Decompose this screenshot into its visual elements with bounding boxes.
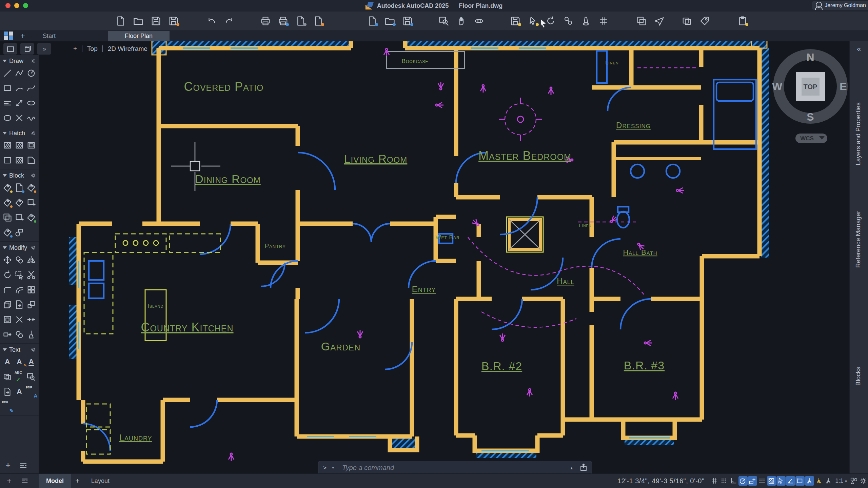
tool-palettes-button[interactable] <box>633 14 650 28</box>
pdf-markup-tool[interactable]: PDF✎ <box>2 401 13 412</box>
orbit-tool-button[interactable] <box>470 14 488 28</box>
tag-button[interactable] <box>696 14 713 28</box>
zoom-window-tool-button[interactable] <box>435 14 453 28</box>
share-drawing-button[interactable] <box>650 14 668 28</box>
annotation-visibility-toggle[interactable] <box>824 476 833 486</box>
3d-box-tool[interactable] <box>2 299 13 310</box>
share-icon[interactable] <box>579 463 592 472</box>
trim-tool[interactable] <box>26 269 37 280</box>
batch-plot-button[interactable] <box>292 14 310 28</box>
room-label-master-bedroom[interactable]: Master Bedroom <box>478 149 571 163</box>
gear-icon[interactable] <box>31 173 36 178</box>
room-label-wet-bar[interactable]: Wet Bar <box>435 234 459 241</box>
find-text-tool[interactable] <box>26 371 37 382</box>
select-tool[interactable] <box>14 269 25 280</box>
light-tool-button[interactable] <box>577 14 595 28</box>
viewcube-top-label[interactable]: TOP <box>804 83 817 90</box>
text-arc-tool[interactable]: A◦ <box>14 386 25 397</box>
object-snap-toggle[interactable] <box>748 476 757 486</box>
extract-tool[interactable] <box>14 299 25 310</box>
gear-icon[interactable] <box>31 245 36 250</box>
tool-save-button[interactable] <box>507 14 524 28</box>
stretch-tool[interactable] <box>2 329 13 340</box>
room-label-living-room[interactable]: Living Room <box>344 152 408 165</box>
quick-select-button[interactable] <box>524 14 542 28</box>
export-button[interactable] <box>363 14 381 28</box>
tab-floor-plan[interactable]: Floor Plan <box>108 30 170 41</box>
viewcube[interactable]: N S W E TOP WCS <box>772 51 847 143</box>
grid-toggle[interactable] <box>710 476 719 486</box>
collapse-panel-icon[interactable]: « <box>850 45 868 54</box>
room-label-br3[interactable]: B.R. #3 <box>624 359 665 372</box>
print-button[interactable] <box>257 14 274 28</box>
chevron-right-icon[interactable]: » <box>37 43 51 55</box>
room-label-garden[interactable]: Garden <box>321 340 360 353</box>
annotation-scale-button[interactable]: 1:1 ▾ <box>835 477 847 484</box>
gear-icon[interactable] <box>31 58 36 64</box>
block-replace-tool[interactable] <box>14 227 25 238</box>
gallery-button[interactable] <box>678 14 696 28</box>
create-block-tool[interactable] <box>2 182 13 193</box>
block-count-tool[interactable] <box>2 227 13 238</box>
block-sync-tool[interactable] <box>26 212 37 223</box>
scale-tool[interactable] <box>26 299 37 310</box>
mirror-tool[interactable] <box>26 255 37 265</box>
move-tool[interactable] <box>2 255 13 265</box>
paste-clipboard-button[interactable] <box>734 14 751 28</box>
rotate-tool[interactable] <box>2 269 13 280</box>
underline-text-tool[interactable]: A <box>26 357 37 367</box>
rounded-rectangle-tool[interactable] <box>2 113 13 123</box>
layout-list-icon[interactable] <box>21 477 28 485</box>
hatch-texture-tool[interactable] <box>14 155 25 166</box>
user-account-button[interactable]: Jeremy Goldman <box>812 1 868 10</box>
add-panel-button[interactable]: + <box>5 460 11 470</box>
snap-toggle[interactable] <box>719 476 729 486</box>
zoom-window-button[interactable] <box>23 3 28 8</box>
ortho-toggle[interactable] <box>729 476 738 486</box>
join-tool[interactable] <box>26 314 37 325</box>
block-copy-tool[interactable] <box>2 212 13 223</box>
undo-button[interactable] <box>203 14 220 28</box>
minimize-window-button[interactable] <box>14 3 19 8</box>
command-input[interactable]: Type a command <box>342 464 570 472</box>
gear-icon[interactable] <box>31 130 36 136</box>
align-tool[interactable] <box>14 329 25 340</box>
circle-tool[interactable] <box>26 68 37 79</box>
lineweight-toggle[interactable] <box>757 476 767 486</box>
expand-command-history-icon[interactable]: ▴ <box>570 465 573 470</box>
attach-button[interactable] <box>381 14 399 28</box>
offset-tool[interactable] <box>14 284 25 295</box>
break-tool[interactable] <box>14 314 25 325</box>
osnap-tracking-toggle[interactable] <box>805 476 814 486</box>
insert-block-tool[interactable] <box>14 182 25 193</box>
viewport-menu-control[interactable]: + <box>68 45 82 53</box>
plot-edit-button[interactable] <box>310 14 327 28</box>
hatch-edit-tool[interactable] <box>14 140 25 151</box>
add-layout-tab-button[interactable]: + <box>71 474 84 488</box>
room-label-pantry[interactable]: Pantry <box>265 243 286 249</box>
arc-tool[interactable] <box>14 83 25 94</box>
hatch-gradient-tool[interactable] <box>26 155 37 166</box>
angle-constraint-toggle[interactable] <box>786 476 795 486</box>
single-line-text-tool[interactable]: A <box>2 357 13 367</box>
drawing-canvas[interactable]: Covered Patio Dining Room Living Room Ma… <box>0 0 868 488</box>
pan-tool-button[interactable] <box>453 14 470 28</box>
distance-tool[interactable] <box>14 98 25 108</box>
collapse-icon[interactable] <box>3 246 7 249</box>
edit-text-tool[interactable]: A✎ <box>14 357 25 367</box>
wcs-label[interactable]: WCS <box>800 135 814 142</box>
room-label-island[interactable]: Island <box>148 303 164 309</box>
viewcube-west[interactable]: W <box>772 80 783 93</box>
hatch-boundary-tool[interactable] <box>2 155 13 166</box>
room-label-laundry[interactable]: Laundry <box>119 432 152 443</box>
array-tool[interactable] <box>26 284 37 295</box>
tab-start[interactable]: Start <box>33 30 65 41</box>
room-label-linen-top[interactable]: Linen <box>605 60 619 65</box>
add-layout-button[interactable]: + <box>7 476 12 486</box>
fillet-tool[interactable] <box>2 284 13 295</box>
viewport-visual-style-control[interactable]: 2D Wireframe <box>103 45 152 53</box>
block-tag-tool[interactable] <box>14 197 25 208</box>
print-add-button[interactable] <box>274 14 292 28</box>
close-window-button[interactable] <box>5 3 11 8</box>
save-as-button[interactable] <box>165 14 182 28</box>
